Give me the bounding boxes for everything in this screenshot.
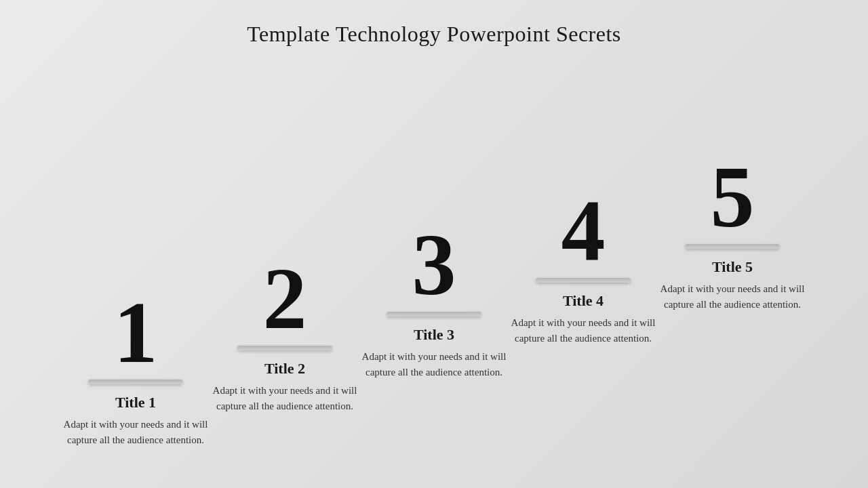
item-1-description: Adapt it with your needs and it will cap… bbox=[61, 417, 210, 447]
item-3-number: 3 bbox=[412, 220, 456, 308]
item-2-title: Title 2 bbox=[264, 360, 305, 378]
item-2-description: Adapt it with your needs and it will cap… bbox=[210, 383, 359, 413]
item-1: 1 Title 1 Adapt it with your needs and i… bbox=[61, 288, 210, 447]
item-1-number: 1 bbox=[114, 288, 158, 376]
item-5-divider bbox=[685, 243, 780, 249]
item-5-number: 5 bbox=[711, 152, 755, 241]
items-container: 1 Title 1 Adapt it with your needs and i… bbox=[0, 47, 868, 488]
item-2-divider bbox=[237, 345, 332, 350]
item-4-divider bbox=[536, 277, 631, 283]
item-3-description: Adapt it with your needs and it will cap… bbox=[359, 349, 509, 380]
item-2-number: 2 bbox=[263, 254, 307, 342]
item-5-description: Adapt it with your needs and it will cap… bbox=[658, 281, 807, 312]
item-3-title: Title 3 bbox=[414, 326, 454, 344]
item-3: 3 Title 3 Adapt it with your needs and i… bbox=[359, 220, 509, 380]
item-1-divider bbox=[88, 379, 183, 384]
item-5-title: Title 5 bbox=[712, 258, 753, 276]
slide-title: Template Technology Powerpoint Secrets bbox=[247, 22, 621, 47]
item-2: 2 Title 2 Adapt it with your needs and i… bbox=[210, 254, 359, 413]
item-1-title: Title 1 bbox=[115, 394, 156, 411]
item-3-divider bbox=[387, 311, 481, 317]
item-5: 5 Title 5 Adapt it with your needs and i… bbox=[658, 152, 807, 312]
item-4-number: 4 bbox=[561, 186, 606, 274]
slide: Template Technology Powerpoint Secrets 1… bbox=[0, 0, 868, 488]
item-4-title: Title 4 bbox=[563, 292, 604, 310]
item-4-description: Adapt it with your needs and it will cap… bbox=[509, 315, 658, 346]
item-4: 4 Title 4 Adapt it with your needs and i… bbox=[509, 186, 658, 346]
